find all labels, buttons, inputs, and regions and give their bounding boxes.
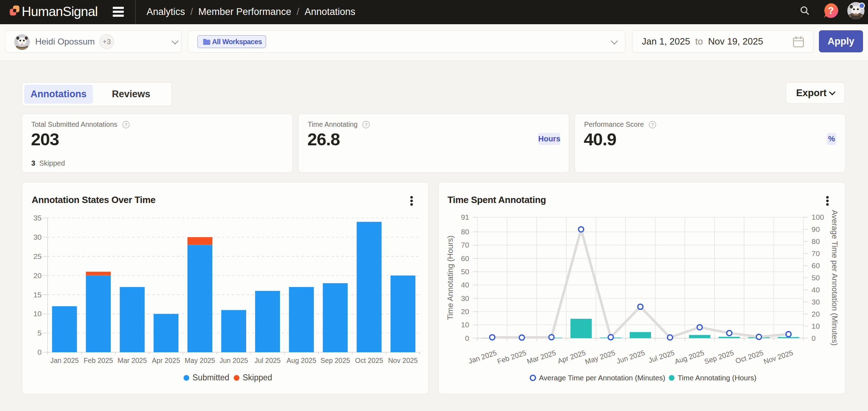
svg-text:Feb 2025: Feb 2025 — [496, 349, 527, 365]
svg-text:Average Time per Annotation (M: Average Time per Annotation (Minutes) — [539, 374, 665, 382]
svg-text:25: 25 — [33, 252, 42, 260]
svg-text:0: 0 — [811, 334, 816, 342]
svg-text:35: 35 — [33, 214, 42, 222]
svg-text:20: 20 — [33, 271, 42, 280]
svg-text:Oct 2025: Oct 2025 — [355, 357, 383, 364]
svg-text:Jan 2025: Jan 2025 — [467, 349, 498, 365]
svg-text:Apr 2025: Apr 2025 — [152, 357, 180, 364]
svg-text:Apr 2025: Apr 2025 — [557, 349, 587, 365]
svg-text:80: 80 — [811, 237, 820, 245]
svg-text:60: 60 — [811, 261, 820, 270]
svg-text:Oct 2025: Oct 2025 — [735, 349, 764, 365]
svg-text:Feb 2025: Feb 2025 — [84, 357, 113, 364]
svg-text:90: 90 — [811, 225, 820, 233]
svg-text:10: 10 — [811, 322, 820, 330]
svg-text:40: 40 — [811, 286, 820, 294]
svg-text:50: 50 — [461, 267, 469, 276]
svg-text:Mar 2025: Mar 2025 — [117, 357, 147, 364]
svg-text:Aug 2025: Aug 2025 — [287, 357, 317, 364]
svg-text:30: 30 — [33, 233, 42, 241]
svg-text:?: ? — [651, 122, 653, 128]
svg-text:Nov 2025: Nov 2025 — [763, 349, 794, 365]
svg-text:Jun 2025: Jun 2025 — [615, 349, 646, 365]
svg-text:Jul 2025: Jul 2025 — [647, 349, 676, 364]
svg-text:91: 91 — [461, 213, 469, 221]
svg-text:Sep 2025: Sep 2025 — [321, 357, 350, 364]
svg-text:20: 20 — [461, 307, 469, 316]
svg-text:Jul 2025: Jul 2025 — [254, 357, 281, 364]
svg-text:Skipped: Skipped — [243, 373, 272, 382]
svg-text:100: 100 — [811, 213, 824, 221]
svg-text:Jan 2025: Jan 2025 — [50, 357, 79, 364]
svg-text:20: 20 — [811, 310, 820, 318]
svg-text:Submitted: Submitted — [192, 373, 229, 382]
svg-text:Sep 2025: Sep 2025 — [703, 349, 735, 365]
svg-text:?: ? — [125, 122, 127, 128]
svg-text:0: 0 — [37, 348, 42, 356]
svg-text:10: 10 — [33, 309, 42, 318]
svg-text:May 2025: May 2025 — [185, 357, 215, 364]
svg-text:?: ? — [828, 5, 834, 16]
svg-text:Time Annotating (Hours): Time Annotating (Hours) — [678, 374, 756, 382]
svg-text:10: 10 — [461, 321, 469, 329]
svg-text:0: 0 — [465, 334, 469, 342]
svg-text:70: 70 — [811, 249, 820, 257]
svg-text:5: 5 — [37, 329, 42, 337]
svg-text:May 2025: May 2025 — [584, 349, 616, 366]
svg-text:50: 50 — [811, 274, 820, 282]
svg-text:60: 60 — [461, 254, 469, 262]
svg-text:?: ? — [365, 122, 367, 128]
svg-text:Average Time per Annotation (M: Average Time per Annotation (Minutes) — [830, 210, 839, 345]
svg-text:Jun 2025: Jun 2025 — [219, 357, 248, 364]
svg-text:70: 70 — [461, 241, 469, 249]
svg-text:30: 30 — [461, 294, 469, 302]
svg-text:30: 30 — [811, 298, 820, 306]
svg-text:15: 15 — [33, 291, 42, 299]
svg-text:Time Annotating (Hours): Time Annotating (Hours) — [446, 235, 455, 320]
svg-text:80: 80 — [461, 228, 469, 236]
svg-text:Aug 2025: Aug 2025 — [674, 349, 705, 365]
svg-text:Mar 2025: Mar 2025 — [526, 349, 557, 365]
svg-text:40: 40 — [461, 281, 469, 289]
svg-text:Nov 2025: Nov 2025 — [388, 357, 418, 364]
